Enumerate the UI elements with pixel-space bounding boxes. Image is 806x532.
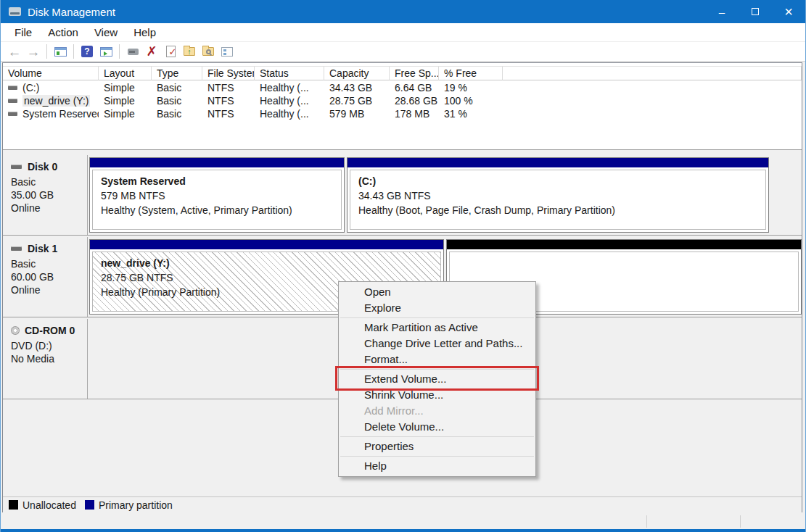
- magnifier-icon: [206, 49, 211, 54]
- cell-free: 178 MB: [390, 108, 439, 120]
- primary-partition-bar: [90, 240, 443, 249]
- partition-c[interactable]: (C:) 34.43 GB NTFS Healthy (Boot, Page F…: [347, 157, 769, 233]
- close-icon: ×: [784, 4, 793, 19]
- disk-name: Disk 1: [28, 242, 57, 255]
- menu-item-format[interactable]: Format...: [339, 352, 535, 367]
- cell-free: 28.68 GB: [390, 95, 439, 107]
- disk-type: DVD (D:): [11, 339, 87, 352]
- window-bottom-edge: [1, 529, 805, 532]
- disk-status: Online: [11, 201, 87, 215]
- toolbar-separator: [73, 44, 74, 59]
- cell-capacity: 28.75 GB: [324, 95, 390, 107]
- app-disk-icon: [9, 7, 21, 16]
- properties-list-icon[interactable]: [219, 44, 235, 59]
- legend: Unallocated Primary partition: [3, 496, 802, 512]
- column-header-type[interactable]: Type: [152, 66, 202, 80]
- menu-item-explore[interactable]: Explore: [339, 300, 535, 316]
- menu-separator: [340, 436, 534, 437]
- device-icon[interactable]: [125, 44, 141, 59]
- menu-item-delete-volume[interactable]: Delete Volume...: [339, 419, 535, 435]
- disk-status: No Media: [11, 352, 87, 365]
- disk-name: CD-ROM 0: [25, 324, 75, 337]
- disk-type: Basic: [11, 257, 87, 270]
- disk0-row: Disk 0 Basic 35.00 GB Online System Rese…: [3, 154, 802, 236]
- cell-pct-free: 31 %: [439, 108, 503, 120]
- column-header-volume[interactable]: Volume: [3, 66, 99, 80]
- partition-system-reserved[interactable]: System Reserved 579 MB NTFS Healthy (Sys…: [89, 157, 345, 233]
- maximize-icon: [752, 8, 759, 15]
- legend-primary-label: Primary partition: [99, 499, 173, 511]
- menu-item-properties[interactable]: Properties: [339, 439, 535, 454]
- delete-volume-icon[interactable]: ✗: [144, 44, 160, 59]
- disk-size: 35.00 GB: [11, 188, 87, 201]
- menu-action[interactable]: Action: [40, 25, 86, 40]
- cell-fs: NTFS: [202, 82, 255, 93]
- menu-separator: [340, 317, 534, 318]
- menu-file[interactable]: File: [7, 25, 40, 40]
- table-row-new-drive[interactable]: new_drive (Y:) Simple Basic NTFS Healthy…: [3, 94, 802, 107]
- console-tree-icon[interactable]: [52, 44, 68, 59]
- cell-pct-free: 100 %: [439, 95, 503, 107]
- disk1-label[interactable]: Disk 1 Basic 60.00 GB Online: [4, 237, 88, 317]
- cdrom-label[interactable]: CD-ROM 0 DVD (D:) No Media: [4, 319, 88, 399]
- close-button[interactable]: ×: [772, 0, 805, 23]
- unallocated-legend-icon: [9, 500, 18, 510]
- explore-folder-icon[interactable]: [200, 44, 216, 59]
- cell-status: Healthy (...: [255, 108, 324, 120]
- volume-name: System Reserved: [22, 108, 99, 120]
- disk0-label[interactable]: Disk 0 Basic 35.00 GB Online: [4, 155, 88, 235]
- menu-item-change-drive-letter[interactable]: Change Drive Letter and Paths...: [339, 336, 535, 352]
- mark-active-icon[interactable]: ✓: [163, 44, 178, 59]
- title-bar: Disk Management – ×: [1, 0, 805, 23]
- column-header-layout[interactable]: Layout: [99, 66, 152, 80]
- column-header-status[interactable]: Status: [255, 66, 324, 80]
- open-folder-icon[interactable]: ↑: [181, 44, 197, 59]
- table-row-system-reserved[interactable]: System Reserved Simple Basic NTFS Health…: [3, 107, 802, 120]
- volume-drive-icon: [8, 99, 17, 103]
- maximize-button[interactable]: [739, 0, 772, 23]
- cell-type: Basic: [152, 82, 202, 93]
- column-header-free-space[interactable]: Free Sp...: [390, 66, 439, 80]
- cd-disc-icon: [11, 326, 20, 335]
- minimize-icon: –: [719, 6, 725, 18]
- menu-view[interactable]: View: [86, 25, 126, 40]
- primary-partition-legend-icon: [85, 500, 94, 510]
- back-icon[interactable]: ←: [7, 44, 22, 59]
- cell-status: Healthy (...: [255, 82, 324, 93]
- column-header-file-system[interactable]: File System: [202, 66, 255, 80]
- disk-drive-icon: [11, 165, 22, 169]
- cell-layout: Simple: [99, 82, 152, 93]
- column-header-pct-free[interactable]: % Free: [439, 66, 503, 80]
- table-row-c[interactable]: (C:) Simple Basic NTFS Healthy (... 34.4…: [3, 81, 802, 94]
- minimize-button[interactable]: –: [705, 0, 739, 23]
- menu-item-mark-partition-active[interactable]: Mark Partition as Active: [339, 320, 535, 336]
- column-header-filler: [503, 66, 802, 80]
- toolbar-separator: [46, 44, 47, 59]
- disk-management-window: Disk Management – × File Action View Hel…: [0, 0, 806, 532]
- volume-drive-icon: [8, 112, 17, 116]
- forward-icon[interactable]: →: [25, 44, 41, 59]
- unallocated-bar: [447, 240, 801, 249]
- action-pane-icon[interactable]: [98, 44, 114, 59]
- disk-size: 60.00 GB: [11, 270, 87, 283]
- menu-item-add-mirror: Add Mirror...: [339, 403, 535, 419]
- menu-help[interactable]: Help: [126, 25, 164, 40]
- cell-layout: Simple: [99, 95, 152, 107]
- menu-item-open[interactable]: Open: [339, 284, 535, 300]
- volume-drive-icon: [8, 86, 17, 90]
- cell-fs: NTFS: [202, 95, 255, 107]
- column-header-capacity[interactable]: Capacity: [324, 66, 390, 80]
- menu-item-help[interactable]: Help: [339, 458, 535, 474]
- legend-unallocated-label: Unallocated: [22, 499, 76, 511]
- toolbar-separator: [119, 44, 120, 59]
- extend-volume-highlight-box: [335, 366, 539, 391]
- cell-type: Basic: [152, 95, 202, 107]
- primary-partition-bar: [348, 158, 768, 167]
- menu-separator: [340, 456, 534, 457]
- primary-partition-bar: [90, 158, 344, 167]
- cell-layout: Simple: [99, 108, 152, 120]
- cell-capacity: 579 MB: [324, 108, 390, 120]
- help-icon[interactable]: ?: [79, 44, 95, 59]
- partition-label: (C:): [358, 174, 765, 188]
- partition-status: Healthy (System, Active, Primary Partiti…: [101, 203, 341, 217]
